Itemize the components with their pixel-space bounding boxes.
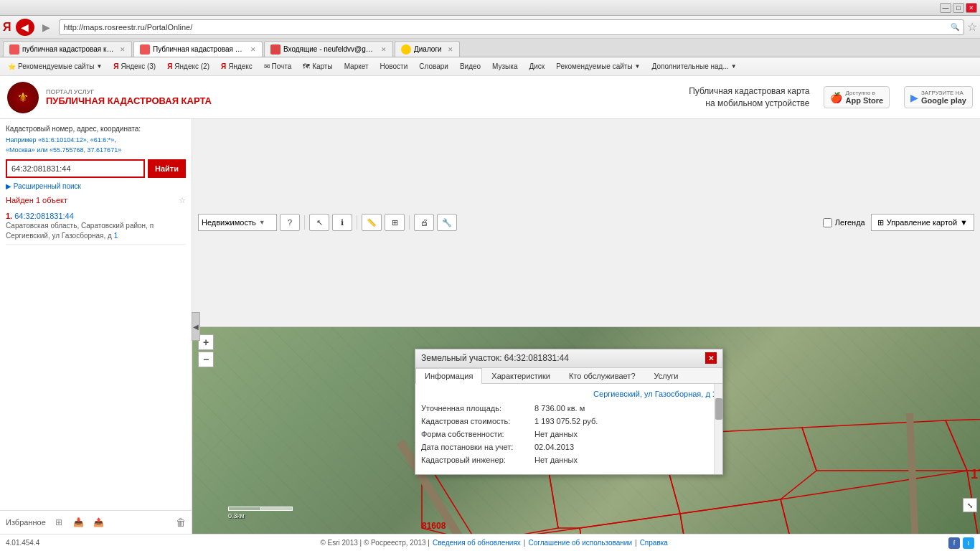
popup-titlebar: Земельный участок: 64:32:081831:44 ✕	[415, 349, 722, 368]
result-kadnum-1[interactable]: 64:32:081831:44	[14, 212, 74, 220]
bookmark-music[interactable]: Музыка	[487, 60, 522, 74]
svg-marker-7	[680, 499, 802, 534]
help-icon-btn[interactable]: ?	[280, 214, 300, 231]
info-tool-btn[interactable]: ℹ	[332, 214, 352, 231]
bookmark-more[interactable]: Дополнительные над...▼	[647, 60, 742, 74]
footer-link-updates[interactable]: Сведения об обновлениях	[433, 539, 521, 547]
popup-close-button[interactable]: ✕	[705, 352, 717, 364]
bookmark-mail[interactable]: ✉ Почта	[259, 60, 297, 74]
popup-row-area: Уточненная площадь: 8 736.00 кв. м	[421, 404, 717, 413]
bookmark-recommended-1[interactable]: ⭐ Рекомендуемые сайты ▼	[3, 60, 107, 74]
map-zoom-controls: + −	[198, 334, 214, 367]
forward-button[interactable]: ▶	[37, 19, 56, 36]
popup-scrollbar[interactable]	[714, 384, 722, 474]
bm-text: Яндекс (3)	[121, 62, 156, 70]
manage-map-icon: ⊞	[877, 218, 884, 227]
scale-seg-1	[228, 507, 260, 511]
bm-text: Рекомендуемые сайты	[556, 62, 632, 70]
favorites-delete-button[interactable]: 🗑	[176, 517, 186, 528]
star-icon: ⭐	[8, 63, 16, 70]
popup-address: Сергиевский, ул Газосборная, д 1	[421, 390, 717, 398]
logo-emblem: ⚜	[7, 82, 39, 113]
bookmark-yandex-3[interactable]: Я Яндекс (3)	[108, 60, 161, 74]
appstore-badge[interactable]: 🍎 Доступно в App Store	[824, 86, 890, 108]
map-expand-button[interactable]: ⤡	[963, 498, 977, 512]
scale-line	[228, 507, 293, 511]
bookmark-yandex-2[interactable]: Я Яндекс (2)	[162, 60, 215, 74]
yandex-logo: Я	[3, 21, 11, 34]
popup-value-engineer: Нет данных	[534, 456, 717, 464]
popup-tab-service[interactable]: Кто обслуживает?	[560, 368, 645, 383]
settings-btn[interactable]: 🔧	[437, 214, 457, 231]
back-button[interactable]: ◀	[16, 19, 34, 36]
tab-2[interactable]: Входящие - neufeldvv@gmail.... ✕	[264, 41, 393, 57]
minimize-button[interactable]: —	[940, 3, 951, 13]
popup-label-engineer: Кадастровый инженер:	[421, 456, 529, 464]
googleplay-badge[interactable]: ▶ ЗАГРУЗИТЕ НА Google play	[904, 86, 973, 108]
tab-close-1[interactable]: ✕	[250, 46, 256, 53]
tab-close-3[interactable]: ✕	[448, 46, 453, 53]
tab-close-0[interactable]: ✕	[120, 46, 126, 53]
search-row: Найти	[6, 159, 186, 178]
layer-tool-btn[interactable]: ⊞	[385, 214, 405, 231]
extended-search-link[interactable]: ▶ Расширенный поиск	[6, 182, 186, 190]
favorites-import-button[interactable]: 📥	[72, 515, 86, 529]
popup-tab-info[interactable]: Информация	[415, 368, 482, 384]
address-bar[interactable]: http://maps.rosreestr.ru/PortalOnline/ 🔍	[59, 19, 965, 35]
apple-icon: 🍎	[830, 92, 842, 103]
main-area: Кадастровый номер, адрес, координата: На…	[0, 119, 980, 534]
bookmark-recommended-2[interactable]: Рекомендуемые сайты▼	[551, 60, 645, 74]
tab-1[interactable]: Публичная кадастровая ка... ✕	[133, 41, 263, 57]
twitter-icon[interactable]: t	[963, 537, 974, 549]
bookmark-market[interactable]: Маркет	[339, 60, 374, 74]
measure-tool-btn[interactable]: 📏	[362, 214, 382, 231]
legend-label: Легенда	[835, 218, 865, 227]
tab-label-0: публичная кадастровая карта...	[22, 45, 114, 53]
legend-checkbox-label[interactable]: Легенда	[823, 218, 865, 227]
star-icon[interactable]: ☆	[967, 20, 977, 34]
results-text: Найден 1 объект	[6, 196, 67, 205]
bookmark-news[interactable]: Новости	[375, 60, 413, 74]
footer-links: © Esri 2013 | © Росреестр, 2013 | Сведен…	[320, 539, 667, 547]
maximize-button[interactable]: □	[953, 3, 964, 13]
legend-checkbox[interactable]	[823, 218, 832, 227]
tab-3[interactable]: Диалоги ✕	[395, 41, 460, 57]
sidebar-inner: Кадастровый номер, адрес, координата: На…	[0, 119, 192, 510]
footer-link-agreement[interactable]: Соглашение об использовании	[528, 539, 632, 547]
bookmark-disk[interactable]: Диск	[524, 60, 550, 74]
popup-tab-characteristics[interactable]: Характеристики	[482, 368, 560, 383]
cursor-tool-btn[interactable]: ↖	[309, 214, 329, 231]
zoom-out-button[interactable]: −	[198, 352, 214, 367]
zoom-in-button[interactable]: +	[198, 334, 214, 350]
bookmark-maps[interactable]: 🗺 Карты	[298, 60, 337, 74]
manage-map-arrow: ▼	[960, 218, 968, 227]
bookmark-video[interactable]: Видео	[455, 60, 486, 74]
search-icon: 🔍	[951, 23, 959, 31]
search-input[interactable]	[6, 159, 145, 178]
googleplay-text: ЗАГРУЗИТЕ НА Google play	[921, 90, 966, 105]
property-type-dropdown[interactable]: Недвижимость ▼	[198, 214, 277, 231]
close-button[interactable]: ✕	[966, 3, 977, 13]
favorites-export-button[interactable]: 📤	[92, 515, 106, 529]
facebook-icon[interactable]: f	[948, 537, 960, 549]
favorites-section: Избранное ⊞ 📥 📤 🗑	[0, 510, 192, 534]
bm-text: Яндекс	[228, 62, 253, 70]
search-button[interactable]: Найти	[148, 159, 186, 178]
result-item-1[interactable]: 1. 64:32:081831:44 Саратовская область, …	[6, 208, 186, 245]
star-fav-icon[interactable]: ☆	[179, 196, 186, 205]
sidebar-collapse-handle[interactable]: ◀	[192, 312, 200, 341]
manage-map-button[interactable]: ⊞ Управление картой ▼	[871, 214, 974, 231]
bookmark-yandex-1[interactable]: Я Яндекс	[216, 60, 258, 74]
popup-tab-services[interactable]: Услуги	[645, 368, 688, 383]
bookmark-label: Рекомендуемые сайты	[18, 62, 94, 70]
bookmark-slovari[interactable]: Словари	[414, 60, 453, 74]
map-container[interactable]: + − 177 179 75 81605 64 81831 81826 8441…	[192, 327, 980, 534]
tab-close-2[interactable]: ✕	[381, 46, 387, 53]
footer-social: f t	[948, 537, 974, 549]
footer-link-help[interactable]: Справка	[640, 539, 668, 547]
result-address-link[interactable]: 1	[114, 232, 118, 240]
favorites-add-button[interactable]: ⊞	[52, 515, 66, 529]
tab-0[interactable]: публичная кадастровая карта... ✕	[3, 41, 132, 57]
popup-label-date: Дата постановки на учет:	[421, 443, 529, 451]
print-btn[interactable]: 🖨	[414, 214, 434, 231]
